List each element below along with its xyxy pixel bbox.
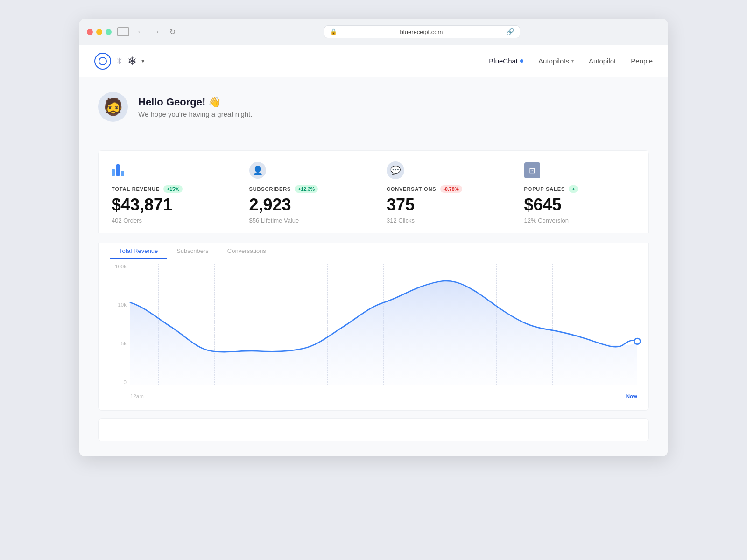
chart-svg-area xyxy=(130,264,637,385)
dot-green[interactable] xyxy=(106,29,112,35)
y-label-100k: 100k xyxy=(110,264,127,269)
stat-sub-subscribers: $56 Lifetime Value xyxy=(249,217,360,224)
app-logo[interactable] xyxy=(94,53,111,70)
main-content: 🧔 Hello George! 👋 We hope you're having … xyxy=(79,77,668,456)
chart-tab-row: Total Revenue Subscribers Conversations xyxy=(110,243,637,259)
address-bar[interactable]: 🔒 bluereceipt.com 🔗 xyxy=(324,25,520,38)
stat-value-popup: $645 xyxy=(524,196,636,214)
chart-tab-revenue[interactable]: Total Revenue xyxy=(110,243,167,259)
stat-badge-revenue: +15% xyxy=(163,185,183,193)
autopilots-chevron: ▾ xyxy=(571,58,574,63)
avatar: 🧔 xyxy=(98,92,128,122)
logo-inner xyxy=(99,57,107,65)
main-nav: BlueChat Autopilots ▾ Autopilot People xyxy=(489,55,653,67)
asterisk-icon: ✳ xyxy=(116,56,123,66)
greeting-subtitle: We hope you're having a great night. xyxy=(138,110,252,118)
stat-label-conversations: CONVERSATIONS xyxy=(387,186,437,192)
stat-card-revenue: TOTAL REVENUE +15% $43,871 402 Orders xyxy=(99,151,236,233)
refresh-button[interactable]: ↻ xyxy=(167,26,178,37)
nav-bluechat[interactable]: BlueChat xyxy=(489,55,523,67)
stat-label-subscribers: SUBSCRIBERS xyxy=(249,186,291,192)
stat-icon-conversations: 💬 xyxy=(387,162,498,179)
stat-label-row-revenue: TOTAL REVENUE +15% xyxy=(112,185,223,193)
chart-area-fill xyxy=(130,281,637,385)
nav-autopilot[interactable]: Autopilot xyxy=(589,55,616,67)
nav-people[interactable]: People xyxy=(631,55,653,67)
y-label-10k: 10k xyxy=(110,302,127,308)
url-text: bluereceipt.com xyxy=(341,28,502,35)
stat-value-revenue: $43,871 xyxy=(112,196,223,214)
chart-section: Total Revenue Subscribers Conversations … xyxy=(98,243,649,411)
stat-sub-conversations: 312 Clicks xyxy=(387,217,498,224)
back-button[interactable]: ← xyxy=(135,26,146,37)
stat-card-popup: ⊡ POPUP SALES + $645 12% Conversion xyxy=(511,151,649,233)
snowflake-icon: ❄ xyxy=(127,55,137,68)
browser-window: ← → ↻ 🔒 bluereceipt.com 🔗 ✳ ❄ ▾ BlueChat xyxy=(79,19,668,456)
stat-label-row-conversations: CONVERSATIONS -0.78% xyxy=(387,185,498,193)
link-icon: 🔗 xyxy=(506,28,514,35)
tab-icon xyxy=(117,27,129,36)
dot-yellow[interactable] xyxy=(96,29,102,35)
browser-chrome: ← → ↻ 🔒 bluereceipt.com 🔗 xyxy=(79,19,668,45)
stat-value-subscribers: 2,923 xyxy=(249,196,360,214)
chart-tab-conversations[interactable]: Conversations xyxy=(218,243,275,259)
stat-sub-revenue: 402 Orders xyxy=(112,217,223,224)
stat-badge-popup: + xyxy=(569,185,578,193)
x-label-now: Now xyxy=(626,393,637,399)
stat-icon-subscribers: 👤 xyxy=(249,162,360,179)
bottom-card xyxy=(98,418,649,441)
stat-value-conversations: 375 xyxy=(387,196,498,214)
nav-autopilots[interactable]: Autopilots ▾ xyxy=(538,55,574,67)
y-label-0: 0 xyxy=(110,379,127,385)
chevron-down-icon[interactable]: ▾ xyxy=(141,57,145,64)
stat-label-row-subscribers: SUBSCRIBERS +12.3% xyxy=(249,185,360,193)
stat-icon-popup: ⊡ xyxy=(524,162,636,179)
browser-nav: ← → ↻ xyxy=(135,26,178,37)
y-label-5k: 5k xyxy=(110,341,127,346)
stat-icon-revenue xyxy=(112,162,223,179)
x-axis: 12am Now xyxy=(130,393,637,399)
stat-badge-conversations: -0.78% xyxy=(440,185,462,193)
forward-button[interactable]: → xyxy=(151,26,162,37)
chart-container: 100k 10k 5k 0 xyxy=(110,259,637,399)
line-chart-svg xyxy=(130,264,637,385)
greeting-title: Hello George! 👋 xyxy=(138,96,252,108)
greeting-section: 🧔 Hello George! 👋 We hope you're having … xyxy=(98,92,649,135)
app-logo-area: ✳ ❄ ▾ xyxy=(94,53,145,70)
stat-badge-subscribers: +12.3% xyxy=(295,185,318,193)
lock-icon: 🔒 xyxy=(330,28,337,35)
stat-label-popup: POPUP SALES xyxy=(524,186,565,192)
bar-chart-icon xyxy=(112,164,124,176)
x-label-12am: 12am xyxy=(130,393,144,399)
chart-endpoint-dot xyxy=(634,338,640,344)
stat-card-conversations: 💬 CONVERSATIONS -0.78% 375 312 Clicks xyxy=(374,151,511,233)
app-navbar: ✳ ❄ ▾ BlueChat Autopilots ▾ Autopilot Pe… xyxy=(79,45,668,77)
stat-card-subscribers: 👤 SUBSCRIBERS +12.3% 2,923 $56 Lifetime … xyxy=(236,151,374,233)
browser-dots xyxy=(87,29,112,35)
stat-sub-popup: 12% Conversion xyxy=(524,217,636,224)
y-axis: 100k 10k 5k 0 xyxy=(110,264,130,385)
stats-row: TOTAL REVENUE +15% $43,871 402 Orders 👤 … xyxy=(99,151,648,233)
dot-red[interactable] xyxy=(87,29,93,35)
bluechat-badge xyxy=(520,59,523,63)
chart-tab-subscribers[interactable]: Subscribers xyxy=(167,243,218,259)
stat-label-revenue: TOTAL REVENUE xyxy=(112,186,160,192)
stat-label-row-popup: POPUP SALES + xyxy=(524,185,636,193)
greeting-text: Hello George! 👋 We hope you're having a … xyxy=(138,96,252,118)
